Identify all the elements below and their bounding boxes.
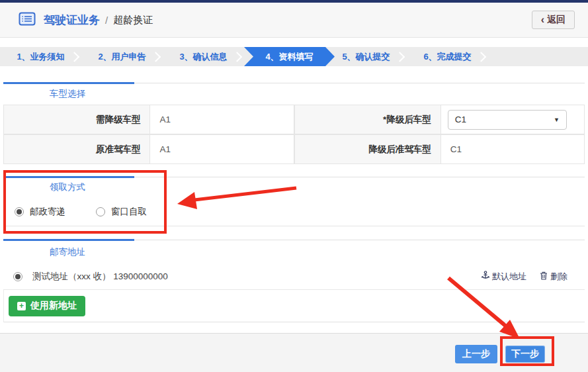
tab-step-3-label: 3、确认信息	[179, 51, 227, 63]
default-address-button[interactable]: 默认地址	[482, 271, 526, 283]
address-actions: 默认地址 删除	[482, 271, 567, 283]
step-tabs: 1、业务须知 2、用户申告 3、确认信息 4、资料填写 5、确认提交 6、完成提…	[0, 47, 588, 66]
delete-address-button[interactable]: 删除	[540, 271, 567, 283]
delete-address-label: 删除	[550, 271, 567, 283]
trash-icon	[540, 271, 548, 282]
vehicle-section-title: 车型选择	[50, 88, 85, 100]
value-original-class: A1	[150, 134, 294, 164]
label-downgrade-target: *降级后车型	[294, 105, 441, 134]
plus-icon: +	[17, 302, 26, 310]
page-title: 驾驶证业务	[44, 13, 100, 28]
vehicle-section-title-row: 车型选择	[3, 83, 585, 105]
address-section-title-row: 邮寄地址	[3, 240, 585, 263]
tab-step-1[interactable]: 1、业务须知	[0, 47, 81, 66]
tab-step-1-label: 1、业务须知	[17, 51, 64, 63]
address-section-title: 邮寄地址	[50, 246, 85, 258]
tab-step-6[interactable]: 6、完成提交	[407, 47, 488, 66]
mailing-address-section: 邮寄地址 测试地址（xxx 收） 13900000000 默认地址	[3, 240, 585, 322]
label-after-downgrade-class: 降级后准驾车型	[294, 134, 441, 164]
page: 驾驶证业务 / 超龄换证 ‹ 返回 1、业务须知 2、用户申告 3、确认信息 4…	[0, 0, 588, 372]
tab-step-6-label: 6、完成提交	[423, 51, 471, 63]
page-subtitle: 超龄换证	[113, 14, 153, 26]
new-address-row: + 使用新地址	[3, 290, 585, 322]
chevron-left-icon: ‹	[541, 15, 544, 25]
pickup-options-row: 邮政寄递 窗口自取	[3, 197, 585, 226]
pickup-section-title-row: 领取方式	[3, 177, 585, 197]
use-new-address-button[interactable]: + 使用新地址	[9, 296, 85, 316]
form-list-icon	[19, 12, 36, 28]
downgrade-type-select[interactable]: C1 ▼	[448, 110, 567, 130]
address-row: 测试地址（xxx 收） 13900000000 默认地址	[3, 263, 585, 290]
tab-step-3[interactable]: 3、确认信息	[163, 47, 244, 66]
pickup-section-title: 领取方式	[50, 181, 85, 193]
tab-step-5-label: 5、确认提交	[342, 51, 390, 63]
back-button-label: 返回	[547, 14, 566, 26]
value-after-downgrade-class: C1	[441, 134, 585, 164]
label-original-class: 原准驾车型	[3, 134, 150, 164]
breadcrumb-separator: /	[105, 15, 108, 26]
default-address-label: 默认地址	[492, 271, 526, 283]
anchor-icon	[482, 271, 489, 282]
downgrade-type-select-value: C1	[455, 115, 466, 124]
header: 驾驶证业务 / 超龄换证 ‹ 返回	[0, 3, 588, 38]
cell-downgrade-select: C1 ▼	[441, 105, 585, 134]
next-step-button[interactable]: 下一步	[505, 346, 545, 363]
select-caret-icon: ▼	[554, 116, 560, 123]
vehicle-table: 需降级车型 A1 *降级后车型 C1 ▼ 原准驾车型 A1 降级后准驾车型 C1	[3, 105, 585, 164]
vehicle-type-section: 车型选择 需降级车型 A1 *降级后车型 C1 ▼ 原准驾车型 A1 降级后准驾…	[3, 83, 585, 164]
radio-address-selected[interactable]	[13, 272, 22, 281]
radio-option-window-pickup[interactable]: 窗口自取	[96, 206, 147, 218]
value-downgrade-needed: A1	[150, 105, 294, 134]
previous-step-button[interactable]: 上一步	[455, 345, 497, 363]
radio-unchecked-icon[interactable]	[96, 207, 105, 216]
use-new-address-label: 使用新地址	[30, 300, 77, 312]
footer-bar: 上一步 下一步	[0, 333, 588, 372]
back-button[interactable]: ‹ 返回	[532, 11, 575, 29]
radio-option-postal-delivery[interactable]: 邮政寄递	[15, 206, 65, 218]
label-downgrade-needed: 需降级车型	[3, 105, 150, 134]
address-text: 测试地址（xxx 收） 13900000000	[32, 271, 168, 283]
tab-step-4-active[interactable]: 4、资料填写	[244, 47, 335, 66]
tab-step-5[interactable]: 5、确认提交	[325, 47, 407, 66]
tab-step-4-label: 4、资料填写	[265, 51, 313, 63]
radio-window-label: 窗口自取	[111, 206, 147, 218]
tab-step-2-label: 2、用户申告	[98, 51, 146, 63]
radio-postal-label: 邮政寄递	[30, 206, 65, 218]
tab-step-2[interactable]: 2、用户申告	[81, 47, 163, 66]
radio-checked-icon[interactable]	[15, 207, 24, 216]
pickup-method-section: 领取方式 邮政寄递 窗口自取	[3, 177, 585, 226]
